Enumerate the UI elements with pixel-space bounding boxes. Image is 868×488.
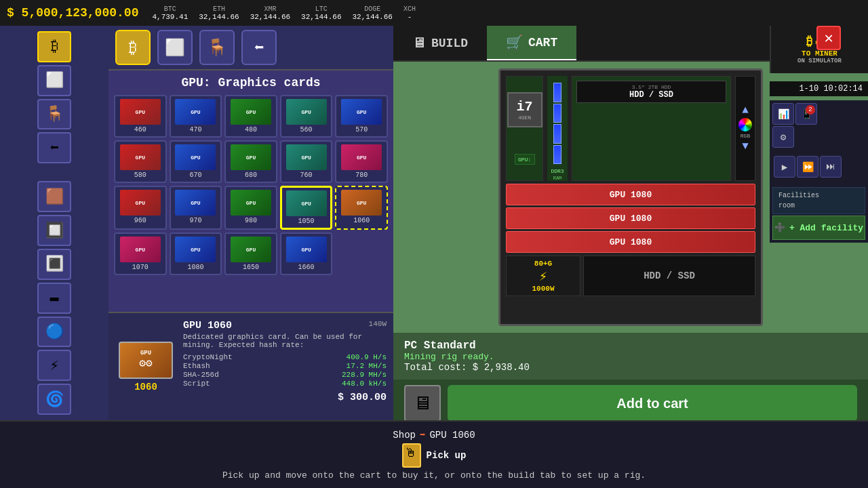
gpu-card-670[interactable]: GPU 670 bbox=[170, 140, 222, 183]
gpu-card-570[interactable]: GPU 570 bbox=[335, 95, 388, 138]
gpu-grid: GPU 460 GPU 470 GPU 480 GPU 560 GPU 570 bbox=[114, 95, 388, 275]
gpu-image-1050: GPU bbox=[286, 190, 327, 216]
tab-build[interactable]: 🖥 BUILD bbox=[393, 27, 487, 60]
breadcrumb: Shop ➡ GPU 1060 bbox=[393, 429, 475, 441]
phone-icon-btn[interactable]: 📱 2 bbox=[795, 103, 817, 125]
gpu-label-580: 580 bbox=[134, 171, 146, 179]
sidebar-ram-btn[interactable]: ▬ bbox=[37, 283, 71, 314]
bottom-components: 80+G ⚡ 1000W HDD / SSD bbox=[506, 256, 755, 296]
gpu-card-560[interactable]: GPU 560 bbox=[280, 95, 333, 138]
bottom-hint: Pick up and move onto the cart to buy it… bbox=[222, 470, 646, 481]
gpu-card-1050[interactable]: GPU 1050 bbox=[280, 186, 333, 230]
gpu-card-980[interactable]: GPU 980 bbox=[224, 186, 277, 230]
server-icon-button[interactable]: 🖥 bbox=[404, 385, 441, 422]
right-sidebar-area: 📊 📱 2 ⚙ ▶ ⏩ ⏭ Facilities room ➕ + Add fa… bbox=[770, 100, 868, 243]
sidebar-back-btn[interactable]: ⬅ bbox=[37, 132, 71, 163]
shop-nav-back[interactable]: ⬅ bbox=[241, 30, 277, 65]
fast-fwd-btn[interactable]: ⏩ bbox=[797, 156, 818, 178]
hdd-top-value: HDD / SSD bbox=[583, 90, 720, 100]
close-button[interactable]: ✕ bbox=[816, 26, 841, 50]
sidebar-fan-btn[interactable]: 🌀 bbox=[37, 384, 71, 415]
detail-desc: Dedicated graphics card. Can be used for… bbox=[183, 333, 387, 349]
crypto-doge: DOGE32,144.66 bbox=[353, 5, 393, 21]
gpu-card-960[interactable]: GPU 960 bbox=[114, 186, 167, 230]
pickup-row: Pick up bbox=[402, 443, 467, 468]
gpu-card-1080[interactable]: GPU 1080 bbox=[170, 232, 222, 275]
gpu-card-1650[interactable]: GPU 1650 bbox=[224, 232, 277, 275]
gpu-card-470[interactable]: GPU 470 bbox=[170, 95, 222, 138]
fast-fwd-2-btn[interactable]: ⏭ bbox=[820, 156, 842, 178]
sidebar-cube-btn[interactable]: 🟫 bbox=[37, 181, 71, 212]
pc-standard-label: PC Standard bbox=[404, 340, 857, 352]
gpu-card-1070[interactable]: GPU 1070 bbox=[114, 232, 167, 275]
tab-cart[interactable]: 🛒 CART bbox=[487, 26, 576, 60]
gpu-card-680[interactable]: GPU 680 bbox=[224, 140, 277, 183]
gpu-image-670: GPU bbox=[175, 144, 216, 170]
gpu-label-970: 970 bbox=[189, 217, 201, 224]
facilities-label: Facilities bbox=[776, 190, 862, 201]
gpu-label-1050: 1050 bbox=[298, 218, 315, 225]
gpu-card-1660[interactable]: GPU 1660 bbox=[280, 232, 333, 275]
hdd-top-label: 3.5" 2TB HDD bbox=[583, 84, 720, 90]
sidebar-bitcoin-btn[interactable]: ₿ bbox=[37, 31, 71, 62]
detail-gpu-label: 1060 bbox=[134, 382, 157, 392]
topbar: $ 5,000,123,000.00 BTC4,739.41ETH32,144.… bbox=[0, 0, 868, 26]
gpu-card-460[interactable]: GPU 460 bbox=[114, 95, 167, 138]
lightning-icon: ⚡ bbox=[539, 268, 547, 285]
sidebar-circuit-btn[interactable]: 🔲 bbox=[37, 215, 71, 246]
gpu-label-1650: 1650 bbox=[243, 264, 259, 271]
gpu-label-1660: 1660 bbox=[298, 264, 315, 271]
gpu-card-1060[interactable]: GPU 1060 bbox=[335, 186, 388, 230]
gpu-card-480[interactable]: GPU 480 bbox=[224, 95, 277, 138]
gpu-card-970[interactable]: GPU 970 bbox=[170, 186, 222, 230]
gpu-image-960: GPU bbox=[120, 190, 161, 216]
facilities-panel: Facilities room bbox=[772, 187, 865, 214]
breadcrumb-item: GPU 1060 bbox=[429, 430, 475, 441]
add-facility-button[interactable]: ➕ + Add facility bbox=[772, 216, 865, 240]
mb-ram: DDR3 RAM bbox=[547, 76, 568, 181]
crypto-ltc: LTC32,144.66 bbox=[301, 5, 341, 21]
pickup-icon bbox=[402, 443, 421, 468]
gpu-label-980: 980 bbox=[245, 217, 257, 224]
gpu-card-760[interactable]: GPU 760 bbox=[280, 140, 333, 183]
sidebar-cpu-btn[interactable]: 🔳 bbox=[37, 249, 71, 280]
cpu-number: i7 bbox=[516, 99, 532, 115]
gpu-image-980: GPU bbox=[231, 190, 271, 216]
logo-subtitle: ON SIMULATOR bbox=[797, 58, 842, 64]
pc-mining-ready: Mining rig ready. bbox=[404, 352, 857, 362]
play-btn[interactable]: ▶ bbox=[774, 156, 795, 178]
detail-panel: GPU ⚙⚙ 1060 GPU 1060 140W Dedicated grap… bbox=[108, 312, 393, 420]
ram-stick-3 bbox=[553, 124, 561, 144]
crypto-xch: XCH- bbox=[403, 5, 416, 21]
gpu-card-580[interactable]: GPU 580 bbox=[114, 140, 167, 183]
sidebar-power-btn[interactable]: ⚡ bbox=[37, 350, 71, 381]
rgb-label: RGB bbox=[741, 133, 750, 139]
gpu-label-960: 960 bbox=[134, 217, 146, 224]
playback-area: ▶ ⏩ ⏭ bbox=[772, 155, 865, 179]
gpu-label-470: 470 bbox=[189, 126, 201, 134]
crypto-eth: ETH32,144.66 bbox=[199, 5, 239, 21]
settings-icon-btn[interactable]: ⚙ bbox=[772, 126, 794, 148]
gpu-card-780[interactable]: GPU 780 bbox=[335, 140, 388, 183]
cpu-gen: 4GEN bbox=[518, 115, 531, 121]
shop-nav-box[interactable]: ⬜ bbox=[157, 30, 193, 65]
gpu-image-460: GPU bbox=[120, 99, 161, 125]
sidebar-chair-btn[interactable]: 🪑 bbox=[37, 99, 71, 130]
add-to-cart-button[interactable]: Add to cart bbox=[448, 385, 857, 422]
chart-icon-btn[interactable]: 📊 bbox=[772, 103, 794, 125]
gpu-image-780: GPU bbox=[341, 144, 382, 170]
psu-watt: 1000W bbox=[532, 285, 554, 293]
money-display: $ 5,000,123,000.00 bbox=[7, 6, 138, 20]
detail-info: GPU 1060 140W Dedicated graphics card. C… bbox=[183, 320, 387, 413]
rgb-down-arrow[interactable]: ▼ bbox=[742, 140, 749, 152]
ram-stick-4 bbox=[553, 145, 561, 165]
sidebar-box-btn[interactable]: ⬜ bbox=[37, 65, 71, 96]
breadcrumb-arrow: ➡ bbox=[420, 429, 425, 441]
rgb-up-arrow[interactable]: ▲ bbox=[742, 104, 749, 117]
shop-nav: ₿ ⬜ 🪑 ⬅ bbox=[108, 26, 393, 70]
shop-nav-bitcoin[interactable]: ₿ bbox=[115, 30, 151, 65]
shop-nav-chair[interactable]: 🪑 bbox=[199, 30, 235, 65]
hash-rows: CryptoNight400.9 H/sEthash17.2 MH/sSHA-2… bbox=[183, 353, 387, 388]
sidebar-cylinder-btn[interactable]: 🔵 bbox=[37, 317, 71, 348]
bottom-bar: Shop ➡ GPU 1060 Pick up Pick up and move… bbox=[0, 420, 868, 488]
